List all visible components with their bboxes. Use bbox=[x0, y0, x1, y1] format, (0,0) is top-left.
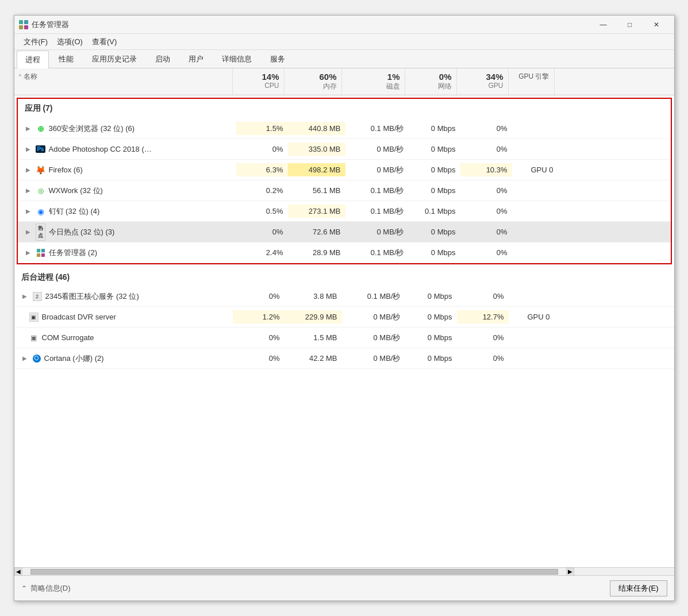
tab-app-history[interactable]: 应用历史记录 bbox=[83, 50, 145, 68]
memory-cell: 72.6 MB bbox=[288, 225, 345, 238]
end-task-button[interactable]: 结束任务(E) bbox=[610, 580, 667, 596]
table-row[interactable]: ▶ 任务管理器 (2) 2.4% 28.9 MB bbox=[18, 242, 671, 263]
gpu-engine-cell bbox=[512, 188, 558, 193]
memory-cell: 42.2 MB bbox=[285, 352, 342, 365]
expand-icon[interactable]: ▶ bbox=[26, 187, 33, 194]
table-row[interactable]: ▣ COM Surrogate 0% 1.5 MB 0 MB/秒 0 Mbps … bbox=[14, 328, 674, 348]
apps-section-header: 应用 (7) bbox=[18, 99, 671, 118]
table-row[interactable]: ▶ 2 2345看图王核心服务 (32 位) 0% 3.8 MB 0.1 MB/… bbox=[14, 286, 674, 307]
app-icon bbox=[19, 20, 28, 29]
tab-details[interactable]: 详细信息 bbox=[213, 50, 260, 68]
cpu-cell: 2.4% bbox=[236, 246, 288, 259]
menu-bar: 文件(F) 选项(O) 查看(V) bbox=[14, 34, 674, 50]
scroll-right-btn[interactable]: ▶ bbox=[566, 568, 574, 576]
table-row[interactable]: ▶ O Cortana (小娜) (2) 0% 42.2 MB 0 MB/秒 0… bbox=[14, 348, 674, 369]
app-icon-2345: 2 bbox=[33, 292, 42, 301]
tab-performance[interactable]: 性能 bbox=[50, 50, 82, 68]
table-row[interactable]: ▶ 热点 今日热点 (32 位) (3) 0% 72.6 MB 0 MB/秒 0… bbox=[18, 222, 671, 242]
process-name-text: 今日热点 (32 位) (3) bbox=[49, 227, 115, 237]
menu-file[interactable]: 文件(F) bbox=[19, 35, 53, 49]
disk-cell: 0.1 MB/秒 bbox=[345, 121, 409, 136]
col-sort[interactable]: ^ 名称 bbox=[14, 68, 233, 95]
app-icon-wxwork: ◎ bbox=[36, 186, 45, 195]
table-row[interactable]: ▣ Broadcast DVR server 1.2% 229.9 MB 0 M… bbox=[14, 307, 674, 328]
expand-icon[interactable]: ▶ bbox=[26, 167, 33, 173]
gpu-engine-cell bbox=[512, 147, 558, 152]
process-name: ▶ Ps Adobe Photoshop CC 2018 (… bbox=[18, 143, 236, 156]
tab-users[interactable]: 用户 bbox=[180, 50, 212, 68]
network-cell: 0 Mbps bbox=[405, 310, 457, 324]
gpu-engine-label: GPU 引擎 bbox=[518, 72, 549, 80]
disk-cell: 0.1 MB/秒 bbox=[345, 183, 409, 198]
gpu-engine-cell bbox=[512, 126, 558, 131]
expand-icon[interactable]: ▶ bbox=[26, 208, 33, 214]
table-row[interactable]: ▶ ⊕ 360安全浏览器 (32 位) (6) 1.5% 440.8 MB 0.… bbox=[18, 118, 671, 139]
col-disk-header[interactable]: 1% 磁盘 bbox=[342, 68, 405, 95]
minimize-button[interactable]: — bbox=[590, 16, 617, 34]
horizontal-scrollbar[interactable]: ◀ ▶ bbox=[14, 567, 674, 575]
gpu-engine-cell: GPU 0 bbox=[509, 310, 555, 324]
gpu-label: GPU bbox=[462, 82, 503, 90]
process-name: ▶ ◉ 钉钉 (32 位) (4) bbox=[18, 204, 236, 219]
expand-icon[interactable]: ▶ bbox=[22, 293, 29, 299]
tabs-bar: 进程 性能 应用历史记录 启动 用户 详细信息 服务 bbox=[14, 50, 674, 68]
maximize-button[interactable]: □ bbox=[617, 16, 643, 34]
menu-options[interactable]: 选项(O) bbox=[52, 35, 87, 49]
table-row[interactable]: ▶ ◎ WXWork (32 位) 0.2% 56.1 MB 0.1 MB/秒 … bbox=[18, 180, 671, 201]
process-name-text: 钉钉 (32 位) (4) bbox=[49, 206, 100, 217]
cpu-cell: 0.5% bbox=[236, 205, 288, 218]
network-cell: 0 Mbps bbox=[405, 352, 457, 365]
cpu-cell: 0% bbox=[236, 225, 288, 238]
disk-pct: 1% bbox=[347, 72, 400, 82]
col-cpu-header[interactable]: 14% CPU bbox=[233, 68, 285, 95]
gpu-cell: 0% bbox=[457, 290, 509, 303]
footer-summary[interactable]: ⌃ 简略信息(D) bbox=[21, 583, 71, 594]
table-header: ^ 名称 14% CPU 60% 内存 1% 磁盘 0% 网络 34% GPU bbox=[14, 68, 674, 95]
memory-label: 内存 bbox=[289, 82, 337, 91]
table-row[interactable]: ▶ Ps Adobe Photoshop CC 2018 (… 0% 335.0… bbox=[18, 139, 671, 160]
table-body[interactable]: 应用 (7) ▶ ⊕ 360安全浏览器 (32 位) (6) 1.5% 440.… bbox=[14, 95, 674, 567]
tab-processes[interactable]: 进程 bbox=[17, 51, 49, 68]
disk-cell: 0 MB/秒 bbox=[345, 225, 409, 240]
expand-icon[interactable]: ▶ bbox=[26, 146, 33, 152]
app-icon-taskmgr bbox=[36, 248, 45, 257]
cpu-cell: 0% bbox=[233, 331, 285, 344]
memory-pct: 60% bbox=[289, 72, 337, 82]
gpu-engine-cell bbox=[512, 209, 558, 214]
network-cell: 0 Mbps bbox=[405, 290, 457, 303]
col-memory-header[interactable]: 60% 内存 bbox=[285, 68, 342, 95]
network-label: 网络 bbox=[410, 82, 452, 91]
col-gpu-header[interactable]: 34% GPU bbox=[457, 68, 509, 95]
gpu-engine-cell bbox=[512, 230, 558, 234]
disk-cell: 0 MB/秒 bbox=[345, 142, 409, 157]
process-name-text: Broadcast DVR server bbox=[42, 313, 116, 321]
memory-cell: 335.0 MB bbox=[288, 143, 345, 156]
tab-services[interactable]: 服务 bbox=[262, 50, 294, 68]
col-network-header[interactable]: 0% 网络 bbox=[405, 68, 457, 95]
process-name: ▶ 2 2345看图王核心服务 (32 位) bbox=[14, 289, 233, 304]
scrollbar-thumb[interactable] bbox=[30, 569, 558, 575]
menu-view[interactable]: 查看(V) bbox=[87, 35, 121, 49]
gpu-cell: 0% bbox=[460, 122, 512, 135]
app-icon-hot: 热点 bbox=[36, 228, 45, 237]
close-button[interactable]: ✕ bbox=[643, 16, 670, 34]
app-icon-firefox: 🦊 bbox=[36, 165, 45, 175]
tab-startup[interactable]: 启动 bbox=[147, 50, 179, 68]
process-name-text: Firefox (6) bbox=[49, 165, 83, 174]
bg-section-label: 后台进程 (46) bbox=[21, 272, 70, 282]
disk-cell: 0 MB/秒 bbox=[342, 310, 405, 325]
table-row[interactable]: ▶ ◉ 钉钉 (32 位) (4) 0.5% 273.1 MB 0.1 MB/秒… bbox=[18, 201, 671, 222]
scroll-left-btn[interactable]: ◀ bbox=[14, 568, 22, 576]
process-name: ▶ ⊕ 360安全浏览器 (32 位) (6) bbox=[18, 121, 236, 136]
gpu-cell: 0% bbox=[457, 331, 509, 344]
gpu-engine-cell: GPU 0 bbox=[512, 163, 558, 176]
col-gpu-engine-header[interactable]: GPU 引擎 bbox=[509, 68, 555, 95]
network-cell: 0 Mbps bbox=[405, 331, 457, 344]
expand-icon[interactable]: ▶ bbox=[26, 249, 33, 256]
expand-icon[interactable]: ▶ bbox=[26, 229, 33, 235]
cpu-cell: 6.3% bbox=[236, 163, 288, 176]
expand-icon[interactable]: ▶ bbox=[22, 355, 29, 361]
network-cell: 0 Mbps bbox=[409, 246, 460, 259]
table-row[interactable]: ▶ 🦊 Firefox (6) 6.3% 498.2 MB 0 MB/秒 0 M… bbox=[18, 160, 671, 180]
expand-icon[interactable]: ▶ bbox=[26, 125, 33, 132]
